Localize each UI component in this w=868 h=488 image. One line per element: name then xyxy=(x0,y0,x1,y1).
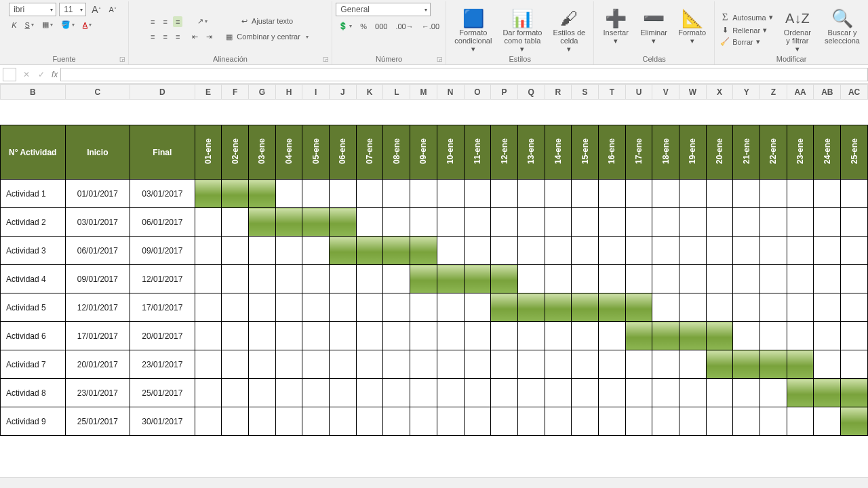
gantt-empty-cell[interactable] xyxy=(760,322,787,350)
gantt-empty-cell[interactable] xyxy=(383,265,410,293)
gantt-empty-cell[interactable] xyxy=(410,208,437,237)
gantt-empty-cell[interactable] xyxy=(517,237,545,265)
gantt-bar-cell[interactable] xyxy=(302,208,330,237)
gantt-empty-cell[interactable] xyxy=(437,379,464,407)
column-header[interactable]: P xyxy=(491,85,518,100)
gantt-empty-cell[interactable] xyxy=(841,237,868,265)
gantt-empty-cell[interactable] xyxy=(760,379,787,407)
gantt-empty-cell[interactable] xyxy=(222,350,249,379)
column-header[interactable]: H xyxy=(275,85,302,100)
gantt-empty-cell[interactable] xyxy=(598,407,625,436)
gantt-cell[interactable]: 06/01/2017 xyxy=(130,208,195,237)
clear-button[interactable]: 🧹 Borrar ▾ xyxy=(719,37,774,47)
gantt-empty-cell[interactable] xyxy=(517,350,545,379)
gantt-empty-cell[interactable] xyxy=(356,379,383,407)
shrink-font-button[interactable]: A˅ xyxy=(106,4,119,15)
gantt-cell[interactable]: 30/01/2017 xyxy=(130,407,195,436)
gantt-empty-cell[interactable] xyxy=(195,265,222,293)
column-header[interactable]: O xyxy=(464,85,491,100)
gantt-empty-cell[interactable] xyxy=(302,293,330,322)
gantt-empty-cell[interactable] xyxy=(195,208,222,237)
gantt-empty-cell[interactable] xyxy=(814,293,841,322)
gantt-empty-cell[interactable] xyxy=(517,407,545,436)
gantt-cell[interactable]: Actividad 3 xyxy=(1,237,66,265)
gantt-empty-cell[interactable] xyxy=(652,379,679,407)
gantt-empty-cell[interactable] xyxy=(383,407,410,436)
gantt-empty-cell[interactable] xyxy=(706,293,733,322)
gantt-cell[interactable]: Actividad 2 xyxy=(1,208,66,237)
gantt-cell[interactable]: 25/01/2017 xyxy=(65,407,130,436)
gantt-empty-cell[interactable] xyxy=(356,407,383,436)
gantt-empty-cell[interactable] xyxy=(572,265,599,293)
gantt-empty-cell[interactable] xyxy=(383,350,410,379)
column-header[interactable]: C xyxy=(65,85,130,100)
gantt-empty-cell[interactable] xyxy=(625,350,652,379)
accounting-button[interactable]: 💲▾ xyxy=(336,20,355,32)
gantt-empty-cell[interactable] xyxy=(733,208,760,237)
gantt-bar-cell[interactable] xyxy=(652,322,679,350)
column-header[interactable]: Z xyxy=(760,85,787,100)
align-bottom-button[interactable]: ≡ xyxy=(173,16,182,27)
gantt-empty-cell[interactable] xyxy=(302,350,330,379)
gantt-empty-cell[interactable] xyxy=(679,379,707,407)
percent-button[interactable]: % xyxy=(357,21,370,32)
gantt-empty-cell[interactable] xyxy=(356,265,383,293)
delete-button[interactable]: ➖ Eliminar ▾ xyxy=(636,7,671,52)
gantt-bar-cell[interactable] xyxy=(814,379,841,407)
gantt-empty-cell[interactable] xyxy=(760,407,787,436)
gantt-empty-cell[interactable] xyxy=(383,208,410,237)
font-name-combo[interactable]: ibri ▾ xyxy=(9,3,56,16)
gantt-cell[interactable]: 25/01/2017 xyxy=(130,379,195,407)
gantt-empty-cell[interactable] xyxy=(572,379,599,407)
gantt-empty-cell[interactable] xyxy=(760,293,787,322)
gantt-empty-cell[interactable] xyxy=(652,237,679,265)
gantt-empty-cell[interactable] xyxy=(222,322,249,350)
gantt-empty-cell[interactable] xyxy=(706,379,733,407)
column-header-row[interactable]: BCDEFGHIJKLMNOPQRSTUVWXYZAAABAC xyxy=(1,85,868,100)
gantt-empty-cell[interactable] xyxy=(302,407,330,436)
gantt-empty-cell[interactable] xyxy=(625,407,652,436)
font-size-combo[interactable]: 11 ▾ xyxy=(59,3,86,16)
gantt-bar-cell[interactable] xyxy=(195,180,222,208)
cancel-formula-button[interactable]: ✕ xyxy=(19,67,34,82)
gantt-cell[interactable]: Actividad 5 xyxy=(1,293,66,322)
gantt-empty-cell[interactable] xyxy=(356,350,383,379)
gantt-bar-cell[interactable] xyxy=(249,208,276,237)
gantt-cell[interactable]: Actividad 9 xyxy=(1,407,66,436)
gantt-empty-cell[interactable] xyxy=(195,407,222,436)
gantt-empty-cell[interactable] xyxy=(356,322,383,350)
gantt-bar-cell[interactable] xyxy=(706,350,733,379)
gantt-empty-cell[interactable] xyxy=(437,350,464,379)
gantt-bar-cell[interactable] xyxy=(437,265,464,293)
column-header[interactable]: V xyxy=(652,85,679,100)
autosum-button[interactable]: Σ Autosuma ▾ xyxy=(719,11,774,24)
gantt-cell[interactable]: 09/01/2017 xyxy=(130,237,195,265)
grow-font-button[interactable]: A˄ xyxy=(89,3,103,16)
gantt-empty-cell[interactable] xyxy=(841,293,868,322)
gantt-cell[interactable]: 20/01/2017 xyxy=(65,350,130,379)
gantt-empty-cell[interactable] xyxy=(652,208,679,237)
gantt-empty-cell[interactable] xyxy=(356,180,383,208)
gantt-empty-cell[interactable] xyxy=(706,180,733,208)
gantt-empty-cell[interactable] xyxy=(787,237,814,265)
gantt-cell[interactable]: Actividad 7 xyxy=(1,350,66,379)
gantt-empty-cell[interactable] xyxy=(437,322,464,350)
gantt-empty-cell[interactable] xyxy=(733,293,760,322)
gantt-empty-cell[interactable] xyxy=(652,293,679,322)
gantt-empty-cell[interactable] xyxy=(679,265,707,293)
gantt-empty-cell[interactable] xyxy=(841,265,868,293)
gantt-empty-cell[interactable] xyxy=(410,407,437,436)
gantt-empty-cell[interactable] xyxy=(706,208,733,237)
border-button[interactable]: ▦▾ xyxy=(39,19,56,30)
worksheet[interactable]: BCDEFGHIJKLMNOPQRSTUVWXYZAAABAC N° Activ… xyxy=(0,84,868,477)
gantt-empty-cell[interactable] xyxy=(222,293,249,322)
gantt-empty-cell[interactable] xyxy=(356,293,383,322)
gantt-bar-cell[interactable] xyxy=(330,208,357,237)
gantt-empty-cell[interactable] xyxy=(491,350,518,379)
gantt-empty-cell[interactable] xyxy=(733,322,760,350)
gantt-empty-cell[interactable] xyxy=(787,322,814,350)
italic-button[interactable]: K xyxy=(9,20,19,30)
gantt-empty-cell[interactable] xyxy=(625,265,652,293)
gantt-cell[interactable]: 17/01/2017 xyxy=(65,322,130,350)
column-header[interactable]: K xyxy=(356,85,383,100)
